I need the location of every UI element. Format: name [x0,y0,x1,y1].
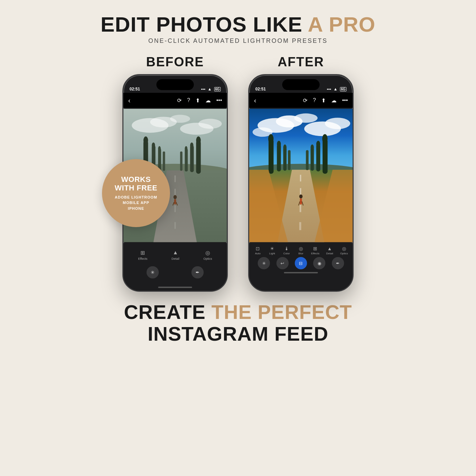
after-detail-icon: ▲ [327,246,332,251]
badge-main-text: WORKSWITH FREE [115,175,157,192]
before-toolbar-icons: ⟳ ? ⬆ ☁ ••• [177,97,222,104]
svg-rect-12 [174,222,176,229]
svg-rect-56 [310,148,314,171]
svg-point-46 [268,134,274,143]
after-tab-light[interactable]: ☀ Light [266,246,278,255]
header: EDIT PHOTOS LIKE A PRO ONE-CLICK AUTOMAT… [101,13,376,45]
phones-section: BEFORE 02:51 ▪▪▪ ▲ 6G ‹ ⟳ ? ⬆ [122,55,354,292]
after-tab-effects[interactable]: ⊞ Effects [309,246,321,255]
detail-icon: ▲ [171,250,180,256]
svg-point-5 [170,115,190,123]
after-time: 02:51 [255,87,266,91]
after-icon-2[interactable]: ↩ [276,257,289,269]
after-cloud-icon[interactable]: ☁ [331,97,337,104]
before-column: BEFORE 02:51 ▪▪▪ ▲ 6G ‹ ⟳ ? ⬆ [122,55,228,292]
svg-rect-45 [269,139,274,174]
before-icon-circle-1[interactable]: ✳ [147,266,159,278]
before-status-icons: ▪▪▪ ▲ 6G [201,87,221,91]
auto-label: Auto [255,252,260,255]
before-more-icon[interactable]: ••• [216,97,222,103]
before-home-bar [158,287,192,288]
svg-point-48 [277,141,281,148]
before-dynamic-island [156,79,194,90]
before-icons-row: ✳ ✒ [123,265,227,285]
svg-point-14 [143,136,148,144]
after-back-button[interactable]: ‹ [254,97,256,104]
svg-rect-22 [190,146,194,172]
after-icon-4[interactable]: ◉ [313,257,325,269]
after-phone-frame: 02:51 ▪▪▪ ▲ 6G ‹ ⟳ ? ⬆ ☁ ••• [248,74,354,292]
footer-line1: CREATE THE PERFECT [124,301,352,323]
after-bottom-bar: ⊡ Auto ☀ Light 🌡 Color ◎ Blur [249,243,353,291]
footer: CREATE THE PERFECT INSTAGRAM FEED [124,301,352,345]
after-tab-detail[interactable]: ▲ Detail [324,246,336,255]
after-history-icon[interactable]: ⟳ [303,97,307,104]
before-label: BEFORE [146,55,204,69]
color-label: Color [283,252,290,255]
before-share-icon[interactable]: ⬆ [196,97,200,104]
before-tab-optics[interactable]: ◎ Optics [203,250,212,260]
after-toolbar: ‹ ⟳ ? ⬆ ☁ ••• [249,93,353,108]
blur-icon: ◎ [299,246,303,251]
after-icon-5[interactable]: ✒ [332,257,344,269]
works-with-free-badge: WORKSWITH FREE ADOBE LIGHTROOMMOBILE APP… [102,159,170,227]
svg-point-55 [316,141,320,148]
svg-rect-20 [196,140,201,174]
after-label: AFTER [278,55,324,69]
headline-normal: EDIT PHOTOS LIKE [101,13,308,36]
svg-point-53 [322,134,328,143]
before-tab-effects[interactable]: ⊞ Effects [138,250,147,260]
main-headline: EDIT PHOTOS LIKE A PRO [101,13,376,36]
after-tab-blur[interactable]: ◎ Blur [295,246,307,255]
before-toolbar: ‹ ⟳ ? ⬆ ☁ ••• [123,93,227,108]
after-more-icon[interactable]: ••• [342,97,348,103]
footer-line2: INSTAGRAM FEED [124,323,352,345]
before-icon-circle-2[interactable]: ✒ [191,266,204,278]
after-column: AFTER 02:51 ▪▪▪ ▲ 6G ‹ ⟳ ? ⬆ ☁ [248,55,354,292]
svg-rect-9 [174,175,176,182]
svg-rect-52 [323,139,328,174]
after-detail-label: Detail [326,252,333,255]
svg-rect-58 [306,150,309,170]
after-photo [249,108,353,243]
after-share-icon[interactable]: ⬆ [321,97,326,104]
after-effects-label: Effects [311,252,319,255]
footer-highlight: THE PERFECT [211,301,352,323]
svg-point-57 [310,144,314,151]
before-tabs-row: ⊞ Effects ▲ Detail ◎ Optics [123,243,227,265]
before-back-button[interactable]: ‹ [128,97,131,104]
after-optics-icon: ◎ [342,246,346,251]
after-icon-3-active[interactable]: ⊟ [295,257,307,269]
detail-label: Detail [171,257,179,260]
optics-label: Optics [203,257,212,260]
svg-rect-62 [300,199,302,205]
after-optics-label: Optics [340,252,348,255]
svg-rect-26 [180,152,183,171]
svg-point-16 [152,142,155,149]
after-icons-row: ✳ ↩ ⊟ ◉ ✒ [249,256,353,271]
after-dynamic-island [282,79,320,90]
before-tab-detail[interactable]: ▲ Detail [171,250,180,260]
effects-label: Effects [138,257,147,260]
svg-point-21 [196,136,201,144]
before-history-icon[interactable]: ⟳ [177,97,182,104]
svg-rect-11 [174,205,176,212]
svg-point-50 [283,144,287,151]
after-scene-svg [249,108,353,243]
light-icon: ☀ [270,246,274,251]
after-tab-color[interactable]: 🌡 Color [280,246,293,255]
svg-point-36 [294,114,318,123]
badge-sub-text: ADOBE LIGHTROOMMOBILE APPIPHONE [115,194,157,211]
after-tab-optics[interactable]: ◎ Optics [338,246,350,255]
after-status-icons: ▪▪▪ ▲ 6G [327,87,346,91]
before-help-icon[interactable]: ? [187,97,190,103]
svg-point-18 [158,146,161,152]
after-tabs-row: ⊡ Auto ☀ Light 🌡 Color ◎ Blur [249,243,353,256]
svg-rect-24 [185,149,188,172]
after-tab-auto[interactable]: ⊡ Auto [252,246,264,255]
after-help-icon[interactable]: ? [313,97,316,103]
light-label: Light [269,252,275,255]
after-icon-1[interactable]: ✳ [258,257,270,269]
before-cloud-icon[interactable]: ☁ [205,97,211,104]
svg-rect-44 [299,222,301,230]
